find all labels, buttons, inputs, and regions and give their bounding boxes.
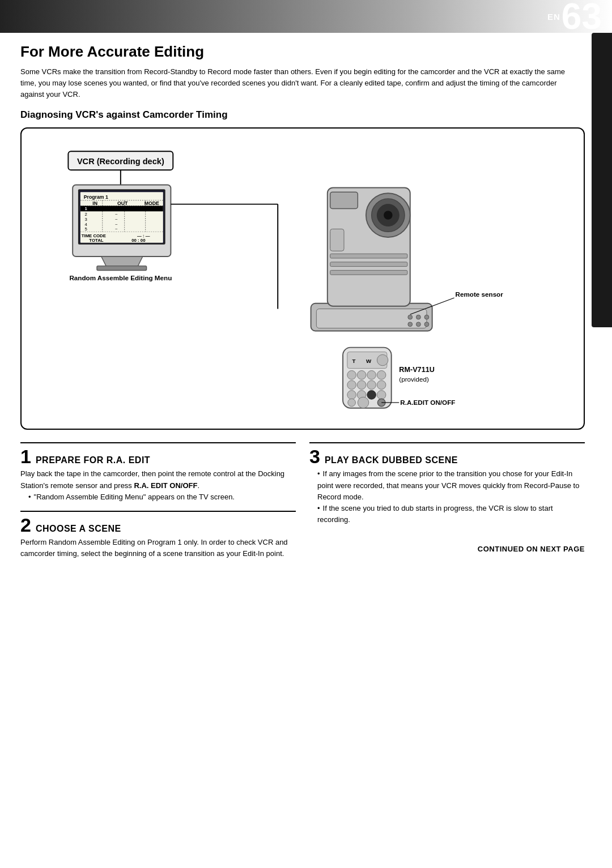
svg-point-63 xyxy=(367,371,376,380)
step1-block: 1 PREPARE FOR R.A. EDIT Play back the ta… xyxy=(20,442,296,504)
svg-point-40 xyxy=(424,315,429,320)
svg-point-41 xyxy=(408,322,413,327)
svg-text:RM-V711U: RM-V711U xyxy=(399,366,435,374)
step-left-column: 1 PREPARE FOR R.A. EDIT Play back the ta… xyxy=(20,442,296,562)
svg-text:VCR (Recording deck): VCR (Recording deck) xyxy=(77,157,164,166)
svg-point-42 xyxy=(416,322,420,327)
svg-text:1: 1 xyxy=(85,207,88,212)
svg-text:MODE: MODE xyxy=(144,200,159,206)
step2-title: CHOOSE A SCENE xyxy=(36,524,121,534)
svg-point-71 xyxy=(367,391,376,400)
step1-bullet1: "Random Assemble Editing Menu" appears o… xyxy=(28,491,296,503)
svg-text:4: 4 xyxy=(85,222,88,227)
svg-text:(provided): (provided) xyxy=(399,375,429,383)
svg-point-48 xyxy=(384,211,393,220)
step1-number: 1 xyxy=(20,447,31,466)
svg-point-38 xyxy=(408,315,413,320)
svg-point-73 xyxy=(348,399,356,407)
en-label: EN xyxy=(547,12,560,22)
svg-rect-20 xyxy=(80,206,163,212)
step2-body-text: Perform Random Assemble Editing on Progr… xyxy=(20,537,296,559)
svg-rect-51 xyxy=(330,262,407,267)
step3-number: 3 xyxy=(309,447,320,466)
step1-body-text: Play back the tape in the camcorder, the… xyxy=(20,468,296,491)
step3-bullet1: If any images from the scene prior to th… xyxy=(317,468,585,502)
svg-point-65 xyxy=(347,380,356,390)
svg-point-69 xyxy=(347,391,356,400)
svg-text:3: 3 xyxy=(85,217,87,222)
step2-body: Perform Random Assemble Editing on Progr… xyxy=(20,537,296,559)
svg-text:TOTAL: TOTAL xyxy=(89,238,103,243)
step2-block: 2 CHOOSE A SCENE Perform Random Assemble… xyxy=(20,511,296,562)
svg-rect-53 xyxy=(330,229,344,251)
svg-point-60 xyxy=(377,355,388,366)
step2-header: 2 CHOOSE A SCENE xyxy=(20,515,296,535)
svg-text:~: ~ xyxy=(115,227,118,232)
svg-text:W: W xyxy=(366,358,372,364)
svg-text:R.A.EDIT ON/OFF: R.A.EDIT ON/OFF xyxy=(400,399,455,406)
svg-rect-49 xyxy=(330,193,358,209)
svg-point-43 xyxy=(424,322,429,327)
page-title: For More Accurate Editing xyxy=(20,43,585,61)
intro-text: Some VCRs make the transition from Recor… xyxy=(20,66,576,100)
svg-point-39 xyxy=(416,315,420,320)
diagram-box: VCR (Recording deck) Program 1 IN OUT xyxy=(20,127,585,430)
svg-point-74 xyxy=(358,397,368,408)
svg-text:00 : 00: 00 : 00 xyxy=(131,238,145,243)
svg-text:T: T xyxy=(352,358,356,364)
section1-heading: Diagnosing VCR's against Camcorder Timin… xyxy=(20,109,585,121)
step1-title: PREPARE FOR R.A. EDIT xyxy=(36,455,150,465)
right-bar-decoration xyxy=(592,33,612,327)
svg-text:5: 5 xyxy=(85,227,87,232)
step3-body: If any images from the scene prior to th… xyxy=(309,468,585,525)
svg-text:IN: IN xyxy=(92,200,97,206)
svg-text:OUT: OUT xyxy=(117,200,128,206)
svg-rect-50 xyxy=(330,254,407,259)
steps-section: 1 PREPARE FOR R.A. EDIT Play back the ta… xyxy=(20,442,585,562)
step3-bullet2: If the scene you tried to dub starts in … xyxy=(317,503,585,525)
svg-point-66 xyxy=(357,380,366,390)
svg-point-72 xyxy=(377,391,386,400)
svg-rect-7 xyxy=(97,266,147,271)
step1-bullets: "Random Assemble Editing Menu" appears o… xyxy=(28,491,296,503)
svg-text:Random Assemble Editing Menu: Random Assemble Editing Menu xyxy=(69,274,172,281)
svg-text:Program 1: Program 1 xyxy=(84,194,108,200)
step3-header: 3 PLAY BACK DUBBED SCENE xyxy=(309,447,585,466)
svg-text:~: ~ xyxy=(115,222,118,227)
step2-number: 2 xyxy=(20,515,31,535)
diagram-svg: VCR (Recording deck) Program 1 IN OUT xyxy=(35,140,570,417)
step3-bullets: If any images from the scene prior to th… xyxy=(317,468,585,525)
page-content: For More Accurate Editing Some VCRs make… xyxy=(0,33,612,572)
svg-rect-52 xyxy=(330,271,407,275)
header-bar: EN 63 xyxy=(0,0,612,33)
step1-header: 1 PREPARE FOR R.A. EDIT xyxy=(20,447,296,466)
step3-block: 3 PLAY BACK DUBBED SCENE If any images f… xyxy=(309,442,585,528)
svg-text:2: 2 xyxy=(85,212,87,217)
step3-title: PLAY BACK DUBBED SCENE xyxy=(325,455,458,465)
svg-text:~: ~ xyxy=(115,217,118,222)
step-right-column: 3 PLAY BACK DUBBED SCENE If any images f… xyxy=(309,442,585,562)
svg-point-68 xyxy=(377,380,386,390)
svg-text:Remote sensor: Remote sensor xyxy=(456,291,504,298)
step1-body: Play back the tape in the camcorder, the… xyxy=(20,468,296,502)
continued-label: CONTINUED ON NEXT PAGE xyxy=(309,545,585,553)
svg-point-64 xyxy=(377,371,386,380)
page-number: 63 xyxy=(562,0,602,35)
svg-point-61 xyxy=(347,371,356,380)
svg-point-67 xyxy=(367,380,376,390)
svg-text:~: ~ xyxy=(115,212,118,217)
svg-point-62 xyxy=(357,371,366,380)
